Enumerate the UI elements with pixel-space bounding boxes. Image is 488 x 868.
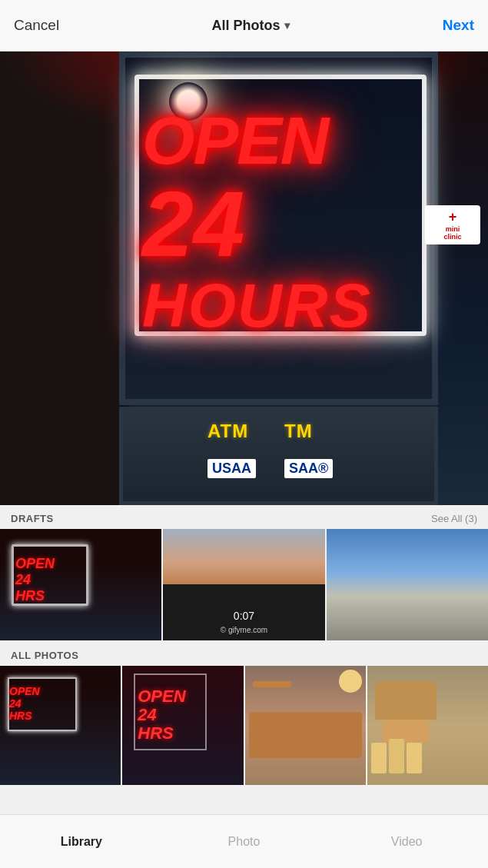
fry-2 <box>389 739 404 773</box>
burger-bun <box>375 681 437 720</box>
tab-library[interactable]: Library <box>0 835 163 849</box>
food-cup-icon <box>339 670 362 693</box>
atm-sign-2: TM <box>284 421 313 442</box>
food-plate <box>249 712 362 758</box>
main-preview-area: OPEN 24 HOURS ATM TM USAA SAA® + minicli… <box>0 52 488 505</box>
album-picker[interactable]: All Photos ▾ <box>211 18 290 34</box>
atm-sign-1: ATM <box>207 421 248 442</box>
usaa-sign-2: SAA® <box>284 459 333 478</box>
drafts-thumbnails-row: OPEN24HRS 0:07 © gifyme.com <box>0 529 488 642</box>
photo-thumbnail-3[interactable] <box>245 666 366 785</box>
draft-thumbnail-3[interactable] <box>327 529 488 640</box>
next-button[interactable]: Next <box>443 17 474 34</box>
clinic-label: miniclinic <box>429 225 476 241</box>
photo-thumbnail-4[interactable] <box>367 666 488 785</box>
store-window-lower <box>119 407 438 505</box>
video-source-label: © gifyme.com <box>163 626 324 634</box>
all-photos-header: ALL PHOTOS <box>0 642 488 666</box>
food-item-1 <box>253 681 291 687</box>
tab-photo[interactable]: Photo <box>163 835 326 849</box>
photo-thumbnail-2[interactable]: OPEN24HRS <box>122 666 243 785</box>
preview-image: OPEN 24 HOURS ATM TM USAA SAA® + minicli… <box>0 52 488 505</box>
video-duration-badge: 0:07 <box>163 610 324 622</box>
photo2-neon-text: OPEN24HRS <box>138 687 185 743</box>
mini-clinic-sign: + miniclinic <box>425 205 480 244</box>
nav-bar: Cancel All Photos ▾ Next <box>0 0 488 52</box>
clinic-cross-icon: + <box>429 209 476 225</box>
draft-thumbnail-2[interactable]: 0:07 © gifyme.com <box>163 529 324 640</box>
drafts-header: DRAFTS See All (3) <box>0 505 488 529</box>
neon-text-24: 24 <box>142 171 244 277</box>
photo-thumbnail-1[interactable]: OPEN24HRS <box>0 666 121 785</box>
neon-text-hours: HOURS <box>142 271 372 341</box>
fry-3 <box>407 743 422 773</box>
album-title: All Photos <box>211 18 280 34</box>
drafts-label: DRAFTS <box>11 513 54 524</box>
all-photos-label: ALL PHOTOS <box>11 650 78 661</box>
draft1-neon-text: OPEN24HRS <box>15 556 55 604</box>
brick-wall <box>0 52 131 505</box>
neon-text-open: OPEN <box>142 101 327 180</box>
drafts-see-all-button[interactable]: See All (3) <box>431 513 477 524</box>
tab-bar: Library Photo Video <box>0 814 488 868</box>
tab-video[interactable]: Video <box>325 835 488 849</box>
cancel-button[interactable]: Cancel <box>14 17 59 34</box>
draft-thumbnail-1[interactable]: OPEN24HRS <box>0 529 161 640</box>
photo1-neon-text: OPEN24HRS <box>9 685 40 722</box>
fry-1 <box>371 743 387 773</box>
usaa-sign-1: USAA <box>207 459 256 478</box>
chevron-down-icon: ▾ <box>284 19 290 32</box>
all-photos-grid: OPEN24HRS OPEN24HRS <box>0 666 488 785</box>
